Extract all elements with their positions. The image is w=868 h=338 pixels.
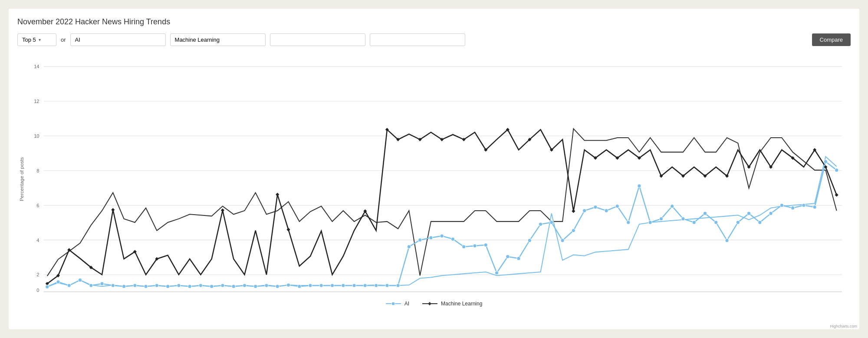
svg-point-108 [671,204,674,208]
svg-point-51 [46,285,49,288]
chart-title: November 2022 Hacker News Hiring Trends [17,17,851,27]
svg-text:Oct16: Oct16 [392,296,404,296]
svg-text:Jun13: Jun13 [173,296,184,296]
chart-svg: 14 12 10 8 6 4 2 0 Percentage of posts [17,53,851,296]
chart-legend: AI Machine Learning [17,301,851,307]
svg-text:Oct13: Oct13 [195,296,207,296]
search-input-2[interactable] [170,33,266,46]
svg-point-97 [550,221,553,224]
or-text: or [61,36,66,43]
svg-text:Jun17: Jun17 [436,296,447,296]
svg-text:Jun12: Jun12 [107,296,118,296]
svg-point-115 [747,212,751,215]
legend-item-ai: AI [386,301,409,307]
svg-point-123 [835,168,838,172]
legend-item-ml: Machine Learning [422,301,482,307]
svg-point-66 [210,285,214,288]
svg-point-162 [391,302,395,305]
svg-text:Feb14: Feb14 [217,296,229,296]
legend-ai-label: AI [404,301,409,307]
svg-text:0: 0 [36,288,39,293]
svg-text:Feb12: Feb12 [85,296,97,296]
svg-text:6: 6 [36,203,39,208]
chart-area: 14 12 10 8 6 4 2 0 Percentage of posts [17,53,851,296]
svg-point-60 [144,285,148,288]
svg-text:10: 10 [34,133,39,139]
svg-point-118 [780,203,783,207]
svg-point-77 [331,284,334,287]
legend-ml-icon [422,301,437,307]
chart-container: November 2022 Hacker News Hiring Trends … [9,9,859,329]
svg-marker-26 [286,228,290,231]
search-input-4[interactable] [370,33,465,46]
svg-text:Percentage of posts: Percentage of posts [19,157,24,201]
svg-point-72 [276,285,279,288]
svg-point-103 [615,204,619,208]
svg-point-100 [583,209,586,212]
svg-text:12: 12 [34,99,39,104]
svg-point-87 [440,234,444,238]
svg-point-68 [232,285,235,288]
svg-point-114 [736,221,740,224]
svg-text:Feb13: Feb13 [151,296,163,296]
svg-text:2: 2 [36,272,39,277]
svg-text:Oct21: Oct21 [721,296,733,296]
svg-point-62 [166,285,170,288]
svg-point-93 [506,255,510,258]
svg-point-122 [824,160,827,163]
svg-point-96 [539,222,542,226]
ai-circles [46,160,838,289]
top5-dropdown[interactable]: Top 5 ▾ [17,33,56,46]
svg-point-63 [177,284,181,287]
svg-text:Oct12: Oct12 [129,296,141,296]
svg-point-70 [254,285,257,288]
dropdown-label: Top 5 [22,36,36,43]
svg-point-95 [528,239,531,242]
svg-marker-164 [428,302,431,305]
svg-text:Oct19: Oct19 [590,296,601,296]
svg-point-75 [309,284,312,287]
svg-text:Feb18: Feb18 [480,296,492,296]
svg-text:Feb17: Feb17 [414,296,426,296]
svg-text:Jun16: Jun16 [371,296,382,296]
svg-text:Feb15: Feb15 [283,296,294,296]
compare-button[interactable]: Compare [812,33,851,46]
svg-marker-50 [835,193,838,197]
controls-bar: Top 5 ▾ or Compare [17,33,851,46]
svg-point-86 [429,236,433,239]
svg-point-101 [594,205,597,209]
ml-line [47,129,837,276]
svg-text:Feb21: Feb21 [677,296,689,296]
svg-point-81 [375,284,378,287]
svg-point-92 [495,271,498,275]
svg-point-117 [769,212,773,215]
search-input-3[interactable] [270,33,365,46]
svg-point-82 [385,284,389,287]
svg-text:14: 14 [34,64,39,69]
svg-point-91 [484,243,487,247]
svg-text:8: 8 [36,168,39,173]
svg-text:Apr11: Apr11 [42,296,53,296]
legend-ai-icon [386,301,401,307]
chevron-down-icon: ▾ [39,37,41,42]
svg-point-99 [572,229,575,232]
search-input-1[interactable] [70,33,166,46]
svg-point-121 [813,205,816,209]
svg-point-120 [802,203,806,207]
svg-text:Oct20: Oct20 [656,296,667,296]
svg-point-107 [659,217,663,220]
svg-point-65 [199,284,202,287]
svg-text:Oct18: Oct18 [524,296,535,296]
svg-text:Feb22: Feb22 [743,296,755,296]
svg-point-54 [78,278,82,282]
svg-marker-37 [572,209,575,213]
svg-point-113 [725,239,729,242]
svg-point-80 [363,284,367,287]
svg-point-110 [692,221,696,224]
svg-point-116 [758,221,762,224]
svg-marker-24 [221,209,224,212]
svg-text:Oct22: Oct22 [787,296,799,296]
svg-point-106 [648,221,652,224]
svg-point-112 [714,221,718,224]
svg-point-85 [418,238,422,242]
